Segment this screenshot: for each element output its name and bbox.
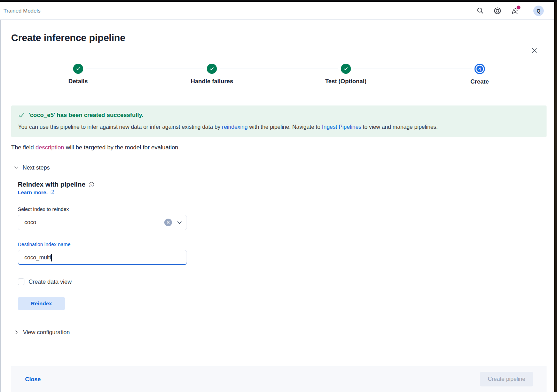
view-configuration-label: View configuration [23, 329, 70, 336]
callout-title-row: 'coco_e5' has been created successfully. [18, 112, 540, 119]
page-title: Create inference pipeline [11, 32, 547, 44]
close-button[interactable]: Close [25, 376, 41, 383]
callout-text: to view and manage pipelines. [361, 124, 438, 130]
chevron-right-icon [14, 330, 19, 335]
step-label: Test (Optional) [325, 78, 367, 85]
callout-text: You can use this pipeline to infer again… [18, 124, 222, 130]
create-data-view-checkbox[interactable] [18, 279, 24, 285]
destination-index-label: Destination index name [18, 242, 71, 247]
step-label: Handle failures [191, 78, 233, 85]
step-test-optional[interactable]: Test (Optional) [279, 64, 413, 85]
breadcrumb-trained-models[interactable]: Trained Models [3, 8, 40, 14]
window-top-edge [0, 0, 557, 2]
next-steps-accordion[interactable]: Next steps [11, 164, 547, 171]
create-data-view-label[interactable]: Create data view [29, 279, 72, 285]
chevron-down-icon [14, 165, 19, 170]
view-configuration-accordion[interactable]: View configuration [11, 329, 547, 336]
step-complete-icon [73, 64, 83, 74]
newsfeed-icon[interactable] [511, 7, 519, 15]
header-icons: Q [476, 6, 544, 16]
step-create[interactable]: 4 Create [413, 64, 547, 85]
callout-body: You can use this pipeline to infer again… [18, 123, 540, 131]
create-data-view-row[interactable]: Create data view [18, 279, 547, 285]
destination-index-value: coco_multi [24, 254, 51, 261]
reindex-heading: Reindex with pipeline [18, 181, 85, 188]
target-field-text: The field description will be targeted b… [11, 144, 547, 151]
search-icon[interactable] [476, 7, 484, 15]
step-label: Create [470, 78, 489, 85]
combobox-selected-value: coco [24, 219, 164, 226]
reindex-section: Reindex with pipeline ? Learn more. Sele… [18, 171, 547, 310]
step-complete-icon [341, 64, 351, 74]
flyout-body: Create inference pipeline Details Handle… [1, 20, 557, 392]
avatar[interactable]: Q [533, 6, 544, 16]
learn-more-link[interactable]: Learn more. [18, 189, 55, 195]
ingest-pipelines-link[interactable]: Ingest Pipelines [322, 124, 361, 130]
destination-index-input[interactable]: coco_multi [18, 250, 187, 265]
close-icon[interactable] [531, 47, 538, 54]
external-link-icon [50, 190, 55, 195]
target-field-name: description [36, 144, 64, 151]
reindex-button[interactable]: Reindex [18, 297, 65, 310]
step-complete-icon [207, 64, 217, 74]
question-in-circle-icon[interactable]: ? [88, 182, 94, 188]
step-label: Details [68, 78, 88, 85]
next-steps-label: Next steps [23, 164, 50, 171]
source-index-combobox[interactable]: coco [18, 215, 187, 230]
create-pipeline-button[interactable]: Create pipeline [480, 372, 533, 386]
step-handle-failures[interactable]: Handle failures [145, 64, 279, 85]
app-header: Trained Models Q [0, 2, 557, 20]
step-current-icon: 4 [474, 64, 485, 74]
window-right-edge [554, 0, 557, 392]
create-inference-pipeline-flyout: Create inference pipeline Details Handle… [0, 20, 557, 392]
select-index-label: Select index to reindex [18, 206, 69, 212]
success-callout: 'coco_e5' has been created successfully.… [11, 105, 547, 137]
clear-selection-icon[interactable] [164, 219, 172, 226]
svg-text:?: ? [91, 182, 92, 186]
step-details[interactable]: Details [11, 64, 145, 85]
target-text: The field [11, 144, 36, 151]
callout-text: with the pipeline. Navigate to [248, 124, 322, 130]
reindexing-link[interactable]: reindexing [222, 124, 248, 130]
learn-more-label: Learn more. [18, 189, 48, 195]
step-number: 4 [478, 66, 481, 72]
step-indicator: Details Handle failures Test (Optional) … [11, 64, 547, 85]
flyout-footer: Close Create pipeline [11, 366, 547, 392]
callout-title: 'coco_e5' has been created successfully. [29, 112, 143, 119]
notification-badge [517, 6, 520, 9]
check-icon [18, 112, 25, 119]
help-icon[interactable] [494, 7, 501, 15]
chevron-down-icon[interactable] [176, 220, 182, 226]
text-cursor [51, 254, 52, 261]
target-text: will be targeted by the model for evalua… [64, 144, 180, 151]
reindex-heading-row: Reindex with pipeline ? [18, 181, 547, 188]
